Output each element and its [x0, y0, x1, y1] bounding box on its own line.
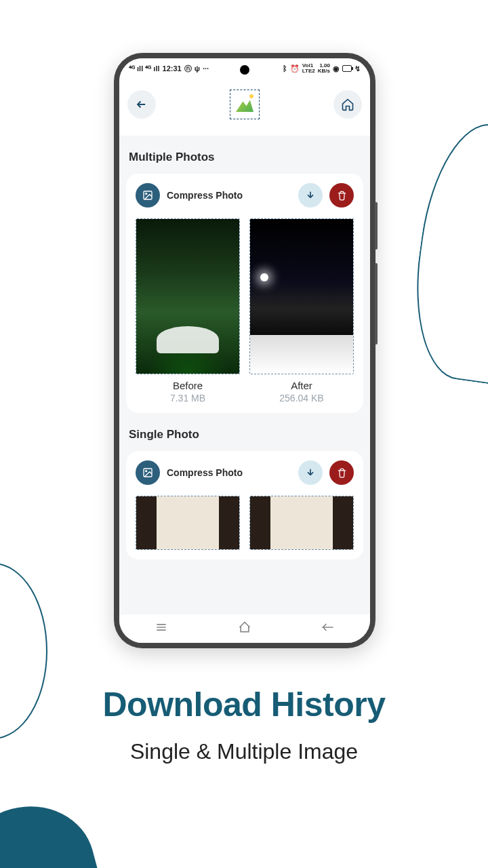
camera-notch	[240, 65, 249, 75]
before-thumbnail[interactable]	[136, 218, 240, 374]
section-title-multiple: Multiple Photos	[129, 151, 361, 164]
svg-point-1	[146, 193, 147, 195]
after-label: After	[249, 380, 354, 391]
download-button[interactable]	[298, 460, 323, 485]
svg-point-3	[146, 471, 147, 472]
after-thumbnail[interactable]	[249, 218, 354, 374]
phone-mockup: ⁴ᴳ ıll ⁴ᴳ ıll 12:31 ⓝ ψ ··· ᛒ ⏰ Vol1LTE2…	[114, 53, 375, 648]
app-logo	[230, 90, 260, 119]
content-area: Multiple Photos Compress Photo	[119, 136, 370, 614]
promo-headline: Download History	[0, 685, 488, 724]
status-time: 12:31	[163, 64, 182, 73]
decorative-curve-right	[403, 117, 488, 385]
after-thumbnail[interactable]	[249, 496, 354, 550]
photo-icon	[136, 460, 160, 485]
after-size: 256.04 KB	[249, 393, 354, 403]
photo-icon	[136, 183, 160, 208]
promo-subline: Single & Multiple Image	[0, 739, 488, 764]
delete-button[interactable]	[329, 460, 354, 485]
card-title: Compress Photo	[167, 467, 291, 478]
history-card-multiple: Compress Photo Before 7.31 MB	[126, 174, 363, 413]
phone-screen: ⁴ᴳ ıll ⁴ᴳ ıll 12:31 ⓝ ψ ··· ᛒ ⏰ Vol1LTE2…	[119, 58, 370, 643]
app-header	[119, 79, 370, 136]
decorative-blob	[0, 791, 108, 868]
before-label: Before	[136, 380, 240, 391]
android-navbar	[119, 614, 370, 643]
wifi-icon: ◉	[333, 64, 340, 73]
back-button[interactable]	[127, 90, 156, 119]
nfc-icon: ⓝ	[184, 64, 192, 74]
signal-icon: ⁴ᴳ ıll ⁴ᴳ ıll	[129, 64, 160, 73]
before-thumbnail[interactable]	[136, 496, 240, 550]
nav-home-icon[interactable]	[238, 620, 251, 637]
before-size: 7.31 MB	[136, 393, 240, 403]
bluetooth-icon: ᛒ	[283, 64, 287, 73]
download-button[interactable]	[298, 183, 323, 208]
home-button[interactable]	[333, 90, 362, 119]
delete-button[interactable]	[329, 183, 354, 208]
card-title: Compress Photo	[167, 190, 291, 201]
nav-recent-icon[interactable]	[155, 620, 168, 637]
alarm-icon: ⏰	[290, 64, 300, 73]
history-card-single: Compress Photo	[126, 451, 363, 559]
nav-back-icon[interactable]	[321, 620, 335, 637]
section-title-single: Single Photo	[129, 428, 361, 441]
battery-icon	[342, 65, 352, 72]
promo-text: Download History Single & Multiple Image	[0, 685, 488, 764]
usb-icon: ψ	[195, 64, 200, 73]
